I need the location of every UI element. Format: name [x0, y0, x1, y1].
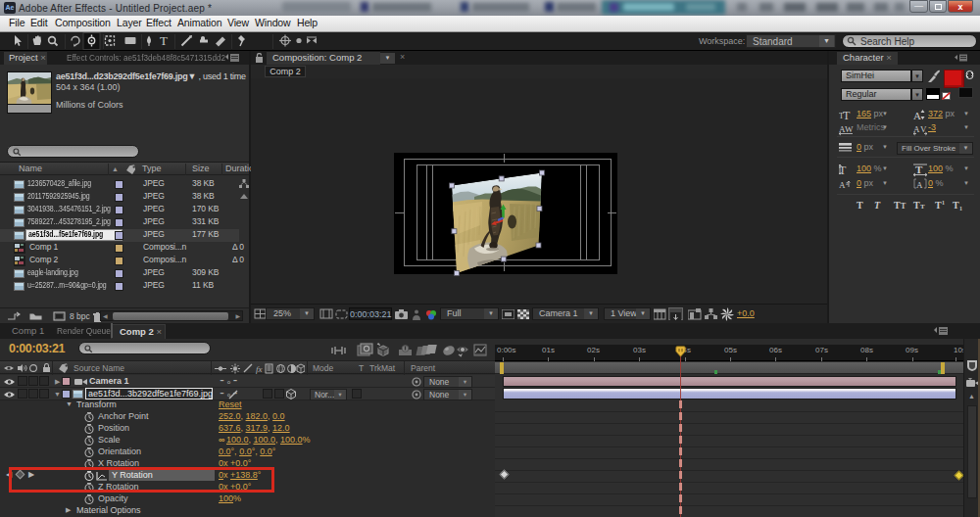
svg-text:1: 1	[942, 200, 945, 206]
svg-text:1: 1	[959, 206, 962, 212]
svg-text:T: T	[920, 203, 925, 211]
svg-text:A: A	[839, 180, 846, 190]
svg-text:T: T	[953, 200, 959, 211]
svg-text:a: a	[846, 180, 849, 186]
svg-text:W: W	[845, 124, 854, 134]
svg-text:8 bpc: 8 bpc	[70, 311, 91, 321]
svg-text:T: T	[915, 164, 923, 175]
svg-text:T: T	[160, 33, 168, 48]
svg-text:T: T	[857, 200, 863, 211]
svg-text:A: A	[913, 110, 921, 121]
svg-text:T: T	[913, 200, 920, 211]
svg-text:T: T	[894, 200, 901, 211]
svg-text:T: T	[935, 200, 942, 211]
svg-text:A: A	[916, 180, 923, 190]
svg-text:fx: fx	[256, 364, 263, 374]
svg-text:T: T	[874, 200, 881, 211]
svg-text:T: T	[843, 109, 851, 122]
svg-text:T: T	[901, 202, 906, 211]
